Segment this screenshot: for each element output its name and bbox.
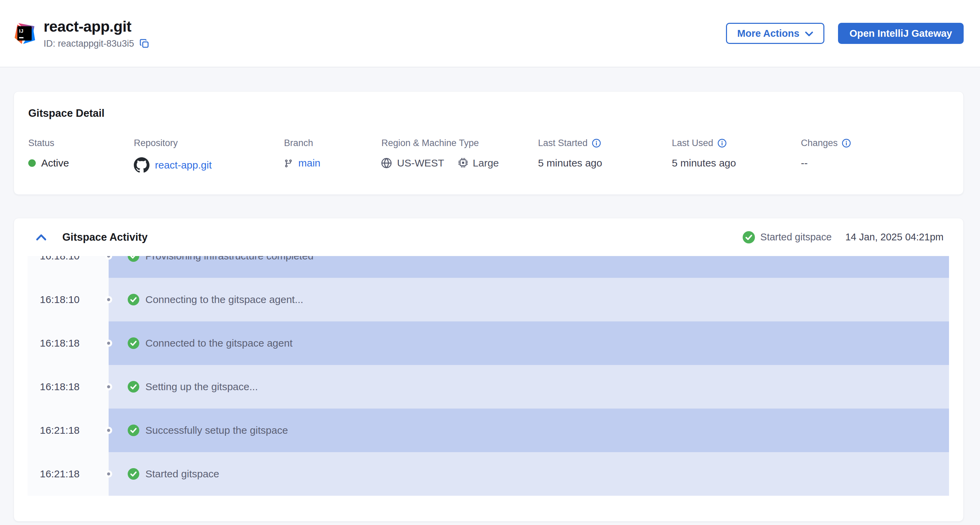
field-repository: Repository react-app.git <box>134 138 284 173</box>
branch-link[interactable]: main <box>298 157 320 169</box>
changes-label-text: Changes <box>801 138 838 148</box>
region-text: US-WEST <box>397 157 444 169</box>
activity-title: Gitspace Activity <box>62 231 148 243</box>
branch-label: Branch <box>284 138 381 148</box>
gitspace-activity-card: Gitspace Activity Started gitspace 14 Ja… <box>14 218 964 522</box>
log-message: Connecting to the gitspace agent... <box>109 278 949 321</box>
repository-value: react-app.git <box>134 157 284 173</box>
changes-label: Changes <box>801 138 949 148</box>
header-actions: More Actions Open IntelliJ Gateway <box>726 23 964 44</box>
info-icon[interactable] <box>718 138 727 148</box>
check-circle-icon <box>128 381 139 393</box>
field-region-machine: Region & Machine Type US-WEST Large <box>381 138 538 169</box>
chevron-down-icon <box>805 28 813 39</box>
field-branch: Branch main <box>284 138 381 169</box>
check-circle-icon <box>128 468 139 480</box>
log-message-text: Started gitspace <box>145 468 219 480</box>
log-message-text: Setting up the gitspace... <box>145 381 258 393</box>
activity-header: Gitspace Activity Started gitspace 14 Ja… <box>14 218 963 256</box>
last-used-label-text: Last Used <box>672 138 713 148</box>
header-left: IJ react-app.git ID: reactappgit-83u3i5 <box>14 18 149 49</box>
changes-value: -- <box>801 157 949 169</box>
git-branch-icon <box>284 159 293 167</box>
activity-log[interactable]: 16:18:10 Provisioning infrastructure com… <box>28 256 949 496</box>
latest-event-time: 14 Jan, 2025 04:21pm <box>845 232 943 243</box>
check-circle-icon <box>743 231 755 243</box>
check-circle-icon <box>128 425 139 436</box>
open-intellij-gateway-button[interactable]: Open IntelliJ Gateway <box>838 23 964 44</box>
log-message: Setting up the gitspace... <box>109 365 949 409</box>
timeline-dot-icon <box>105 427 112 434</box>
log-time: 16:18:18 <box>28 321 109 365</box>
region-machine-value: US-WEST Large <box>381 157 538 169</box>
gitspace-id: ID: reactappgit-83u3i5 <box>44 38 134 49</box>
status-dot <box>28 159 36 167</box>
branch-value: main <box>284 157 381 169</box>
last-used-value: 5 minutes ago <box>672 157 801 169</box>
svg-text:IJ: IJ <box>19 28 24 34</box>
title-block: react-app.git ID: reactappgit-83u3i5 <box>44 18 149 49</box>
last-used-label: Last Used <box>672 138 801 148</box>
latest-event-text: Started gitspace <box>760 232 832 243</box>
timeline-dot-icon <box>105 340 112 347</box>
log-message-text: Successfully setup the gitspace <box>145 425 288 436</box>
status-text: Active <box>41 157 69 169</box>
timeline-dot-icon <box>105 383 112 390</box>
gitspace-detail-card: Gitspace Detail Status Active Repository… <box>14 91 964 195</box>
log-time: 16:21:18 <box>28 409 109 452</box>
repository-link[interactable]: react-app.git <box>155 159 212 171</box>
github-icon <box>134 157 150 173</box>
last-started-label-text: Last Started <box>538 138 588 148</box>
log-message: Successfully setup the gitspace <box>109 409 949 452</box>
field-last-used: Last Used 5 minutes ago <box>672 138 801 169</box>
region-machine-label: Region & Machine Type <box>381 138 538 148</box>
globe-icon <box>381 158 391 168</box>
log-row: 16:18:18 Connected to the gitspace agent <box>28 321 949 365</box>
field-changes: Changes -- <box>801 138 949 169</box>
log-row: 16:18:10 Connecting to the gitspace agen… <box>28 278 949 321</box>
status-value: Active <box>28 157 134 169</box>
log-message: Provisioning infrastructure completed <box>109 256 949 278</box>
log-row: 16:18:10 Provisioning infrastructure com… <box>28 256 949 278</box>
log-time: 16:18:10 <box>28 256 109 278</box>
log-message-text: Connecting to the gitspace agent... <box>145 294 304 305</box>
detail-card-title: Gitspace Detail <box>28 107 949 119</box>
detail-fields: Status Active Repository react-app.git B… <box>28 138 949 173</box>
cpu-icon <box>458 158 469 168</box>
log-time: 16:21:18 <box>28 452 109 496</box>
activity-latest-status: Started gitspace 14 Jan, 2025 04:21pm <box>743 231 943 243</box>
more-actions-button[interactable]: More Actions <box>726 23 824 44</box>
log-message: Connected to the gitspace agent <box>109 321 949 365</box>
machine-part: Large <box>458 157 499 169</box>
page-header: IJ react-app.git ID: reactappgit-83u3i5 … <box>0 0 980 67</box>
check-circle-icon <box>128 337 139 349</box>
repository-label: Repository <box>134 138 284 148</box>
intellij-logo: IJ <box>14 22 35 44</box>
info-icon[interactable] <box>842 138 851 148</box>
check-circle-icon <box>128 256 139 262</box>
status-label: Status <box>28 138 134 148</box>
log-row: 16:21:18 Successfully setup the gitspace <box>28 409 949 452</box>
info-icon[interactable] <box>592 138 601 148</box>
last-started-value: 5 minutes ago <box>538 157 672 169</box>
gitspace-id-row: ID: reactappgit-83u3i5 <box>44 38 149 49</box>
machine-text: Large <box>473 157 499 169</box>
field-status: Status Active <box>28 138 134 169</box>
more-actions-label: More Actions <box>737 28 800 39</box>
last-started-label: Last Started <box>538 138 672 148</box>
field-last-started: Last Started 5 minutes ago <box>538 138 672 169</box>
log-row: 16:18:18 Setting up the gitspace... <box>28 365 949 409</box>
chevron-up-icon[interactable] <box>36 234 47 241</box>
main-content: Gitspace Detail Status Active Repository… <box>0 67 980 522</box>
log-row: 16:21:18 Started gitspace <box>28 452 949 496</box>
timeline-dot-icon <box>105 471 112 478</box>
log-message-text: Connected to the gitspace agent <box>145 337 293 349</box>
page-title: react-app.git <box>44 18 149 35</box>
log-message-text: Provisioning infrastructure completed <box>145 256 313 262</box>
check-circle-icon <box>128 294 139 305</box>
log-time: 16:18:18 <box>28 365 109 409</box>
log-time: 16:18:10 <box>28 278 109 321</box>
log-message: Started gitspace <box>109 452 949 496</box>
copy-icon[interactable] <box>140 39 149 48</box>
timeline-dot-icon <box>105 296 112 303</box>
